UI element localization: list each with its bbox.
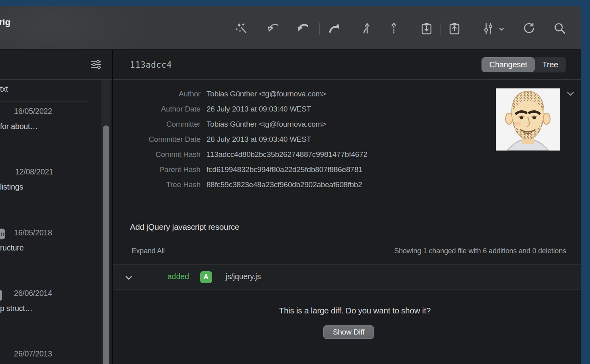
meta-row-parent-hash: Parent Hash fcd61994832bc994f80a22d25fdb… <box>113 162 581 177</box>
branch-badge-fragment: n <box>0 229 5 239</box>
commit-date: 26/06/2014 <box>14 289 52 298</box>
undo-outline-icon[interactable] <box>267 22 281 36</box>
toolbar-separator <box>288 23 288 35</box>
compare-icon[interactable] <box>481 22 496 36</box>
large-diff-prompt: This is a large diff. Do you want to sho… <box>113 306 581 315</box>
meta-label: Author <box>113 90 201 98</box>
filter-sliders-icon[interactable] <box>90 59 102 70</box>
branch-badge-fragment <box>0 290 2 301</box>
commit-date: 16/05/2018 <box>14 228 52 237</box>
commit-message: listings <box>0 182 23 192</box>
toolbar-separator <box>441 23 441 35</box>
sidebar-header <box>0 50 113 80</box>
meta-value: Tobias Günther <tg@fournova.com> <box>206 120 326 129</box>
stash-apply-icon[interactable] <box>447 22 462 36</box>
meta-value: 113adcc4d80b2bc35b26274887c9981477bf4672 <box>206 150 368 159</box>
collapse-details-chevron-icon[interactable] <box>566 89 575 99</box>
commit-message: ructure <box>0 243 24 252</box>
app-window: rig <box>0 6 581 364</box>
file-status-label: added <box>167 272 189 281</box>
scrollbar-track[interactable] <box>101 80 110 364</box>
commit-detail-header: 113adcc4 Changeset Tree <box>113 50 581 80</box>
commit-history-sidebar: txt 16/05/2022 for about… 12/08/2021 lis… <box>0 50 113 364</box>
screen: rig <box>0 0 590 364</box>
commit-message: for about… <box>0 122 37 131</box>
meta-value: 26 July 2013 at 09:03:40 WEST <box>206 105 311 114</box>
separator <box>0 102 88 102</box>
commit-date: 16/05/2022 <box>14 107 52 116</box>
meta-value: 26 July 2013 at 09:03:40 WEST <box>206 135 311 144</box>
commit-message-section: Add jQuery javascript resource Expand Al… <box>113 200 581 264</box>
meta-value: fcd61994832bc994f80a22d25fdb807f886e8781 <box>206 165 362 174</box>
commit-date: 26/07/2013 <box>14 349 52 358</box>
commit-short-hash: 113adcc4 <box>130 60 172 70</box>
commit-metadata-section: Author Tobias Günther <tg@fournova.com> … <box>113 80 581 200</box>
meta-label: Committer <box>113 120 201 129</box>
search-icon[interactable] <box>553 22 567 36</box>
scrollbar-thumb[interactable] <box>103 125 109 364</box>
meta-label: Commit Hash <box>113 150 201 159</box>
show-diff-button[interactable]: Show Diff <box>323 325 374 339</box>
meta-label: Committer Date <box>113 135 201 144</box>
window-title: rig <box>0 17 10 27</box>
redo-icon[interactable] <box>327 22 341 36</box>
commit-subject: Add jQuery javascript resource <box>130 222 239 232</box>
commit-message: txt <box>0 84 8 94</box>
commit-list: txt 16/05/2022 for about… 12/08/2021 lis… <box>0 80 113 364</box>
meta-value: Tobias Günther <tg@fournova.com> <box>206 90 326 98</box>
view-toggle: Changeset Tree <box>481 57 566 72</box>
toolbar-separator <box>381 23 381 35</box>
tab-tree[interactable]: Tree <box>535 57 566 72</box>
expand-all-button[interactable]: Expand All <box>132 247 165 255</box>
magic-wand-icon[interactable] <box>235 22 249 36</box>
chevron-down-icon[interactable] <box>124 274 133 282</box>
stash-save-icon[interactable] <box>419 22 434 36</box>
commit-message: p struct… <box>0 304 33 313</box>
diff-area: This is a large diff. Do you want to sho… <box>113 290 581 364</box>
file-added-badge: A <box>200 271 212 283</box>
changed-file-row[interactable]: added A js/jquery.js <box>113 264 581 290</box>
changed-files-summary: Showing 1 changed file with 6 additions … <box>394 247 566 255</box>
commit-detail-panel: 113adcc4 Changeset Tree Author Tobias Gü… <box>113 50 581 364</box>
meta-value: 88fc59c3823e48a23cf960db2902abeaf608fbb2 <box>206 180 362 189</box>
merge-icon[interactable] <box>359 22 373 36</box>
meta-row-tree-hash: Tree Hash 88fc59c3823e48a23cf960db2902ab… <box>113 177 581 192</box>
toolbar: rig <box>0 6 581 50</box>
undo-icon[interactable] <box>296 22 310 36</box>
meta-label: Tree Hash <box>113 180 201 189</box>
toolbar-separator <box>319 23 320 35</box>
author-avatar <box>496 88 560 151</box>
compare-chevron-icon[interactable] <box>498 26 505 32</box>
tab-changeset[interactable]: Changeset <box>482 57 535 72</box>
commit-date: 12/08/2021 <box>15 167 53 176</box>
meta-label: Author Date <box>113 105 201 114</box>
refresh-icon[interactable] <box>522 22 536 36</box>
force-push-icon[interactable] <box>387 22 401 36</box>
meta-label: Parent Hash <box>113 165 201 174</box>
file-path: js/jquery.js <box>226 272 261 281</box>
